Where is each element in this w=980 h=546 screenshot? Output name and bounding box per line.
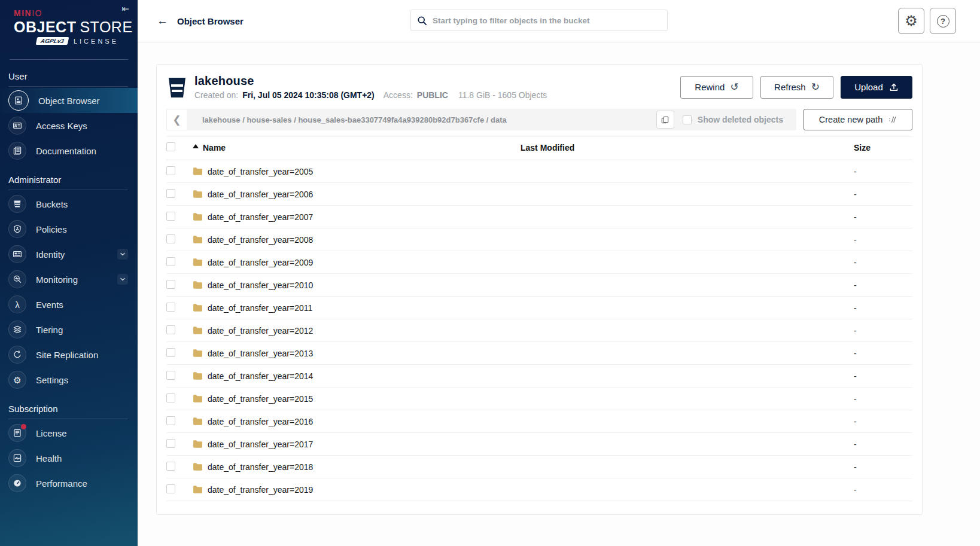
row-checkbox[interactable] [166,257,175,266]
object-size: - [847,365,912,388]
row-checkbox[interactable] [166,484,175,493]
table-row[interactable]: date_of_transfer_year=2009 - [166,251,912,274]
help-button[interactable]: ? [930,8,956,34]
select-all-checkbox[interactable] [166,142,175,151]
row-checkbox[interactable] [166,303,175,312]
column-name[interactable]: Name [193,137,521,160]
table-row[interactable]: date_of_transfer_year=2011 - [166,297,912,319]
object-filter-searchbox[interactable] [410,10,668,31]
object-name[interactable]: date_of_transfer_year=2011 [208,303,312,313]
show-deleted-checkbox[interactable] [683,115,692,124]
object-name[interactable]: date_of_transfer_year=2012 [208,326,313,335]
access-value[interactable]: PUBLIC [417,90,448,100]
table-row[interactable]: date_of_transfer_year=2012 - [166,319,912,342]
object-last-modified [521,251,847,274]
object-name[interactable]: date_of_transfer_year=2019 [208,485,313,495]
row-checkbox[interactable] [166,212,175,221]
sidebar-item-label: Site Replication [36,350,98,360]
sidebar-item-health[interactable]: Health [0,446,138,471]
object-name[interactable]: date_of_transfer_year=2016 [208,417,313,426]
row-checkbox[interactable] [166,234,175,243]
object-name[interactable]: date_of_transfer_year=2009 [208,258,313,267]
chevron-down-icon[interactable] [117,274,128,285]
folder-icon [193,258,203,267]
table-row[interactable]: date_of_transfer_year=2007 - [166,206,912,228]
back-arrow-icon[interactable]: ← [157,14,168,28]
sidebar-collapse-icon[interactable]: ⇤ [121,4,129,14]
object-name[interactable]: date_of_transfer_year=2018 [208,462,313,472]
row-checkbox[interactable] [166,416,175,425]
chevron-down-icon[interactable] [117,249,128,260]
breadcrumb-back-button[interactable]: ❮ [166,109,187,130]
breadcrumb-bar: lakehouse / house-sales / house_sales-ba… [187,109,796,130]
breadcrumb[interactable]: lakehouse / house-sales / house_sales-ba… [202,115,648,124]
upload-button[interactable]: Upload [841,76,912,99]
settings-button[interactable]: ⚙ [898,8,924,34]
object-name[interactable]: date_of_transfer_year=2015 [208,394,313,404]
object-name[interactable]: date_of_transfer_year=2017 [208,440,313,449]
column-size[interactable]: Size [847,137,912,160]
create-new-path-button[interactable]: Create new path [804,109,912,130]
rewind-icon: ↺ [730,81,738,93]
created-label: Created on: [194,90,238,100]
table-row[interactable]: date_of_transfer_year=2008 - [166,228,912,251]
row-checkbox[interactable] [166,439,175,448]
refresh-button[interactable]: Refresh↻ [760,76,833,99]
sidebar-item-policies[interactable]: Policies [0,216,138,242]
folder-icon [193,349,203,358]
table-row[interactable]: date_of_transfer_year=2016 - [166,410,912,433]
object-size: - [847,410,912,433]
row-checkbox[interactable] [166,166,175,175]
object-browser-icon [8,90,29,111]
row-checkbox[interactable] [166,280,175,289]
object-name[interactable]: date_of_transfer_year=2010 [208,280,313,290]
object-name[interactable]: date_of_transfer_year=2007 [208,212,313,222]
page-title: Object Browser [177,16,244,26]
table-row[interactable]: date_of_transfer_year=2015 - [166,388,912,410]
search-input[interactable] [433,16,661,25]
sidebar-item-settings[interactable]: ⚙Settings [0,367,138,392]
table-row[interactable]: date_of_transfer_year=2010 - [166,274,912,297]
sidebar: ⇤ MINIO OBJECTSTORE AGPLv3 LICENSE UserO… [0,0,138,546]
row-checkbox[interactable] [166,325,175,334]
folder-icon [193,394,203,403]
object-size: - [847,228,912,251]
object-name[interactable]: date_of_transfer_year=2006 [208,190,313,199]
sidebar-item-monitoring[interactable]: Monitoring [0,267,138,292]
table-row[interactable]: date_of_transfer_year=2014 - [166,365,912,388]
sidebar-item-object-browser[interactable]: Object Browser [0,88,138,113]
object-name[interactable]: date_of_transfer_year=2008 [208,235,313,245]
table-row[interactable]: date_of_transfer_year=2018 - [166,456,912,478]
sidebar-item-buckets[interactable]: Buckets [0,191,138,216]
table-row[interactable]: date_of_transfer_year=2013 - [166,342,912,365]
show-deleted-toggle[interactable]: Show deleted objects [683,115,783,124]
sidebar-item-events[interactable]: λEvents [0,292,138,317]
sidebar-item-identity[interactable]: Identity [0,242,138,267]
table-row[interactable]: date_of_transfer_year=2019 - [166,478,912,501]
table-row[interactable]: date_of_transfer_year=2005 - [166,160,912,183]
notification-dot [21,424,26,429]
object-size: - [847,319,912,342]
rewind-button[interactable]: Rewind↺ [680,76,753,99]
sidebar-item-license[interactable]: License [0,420,138,446]
created-value: Fri, Jul 05 2024 10:35:08 (GMT+2) [242,90,375,100]
gear-icon: ⚙ [905,14,918,28]
object-name[interactable]: date_of_transfer_year=2005 [208,167,313,176]
object-name[interactable]: date_of_transfer_year=2013 [208,349,313,358]
sidebar-item-performance[interactable]: Performance [0,471,138,496]
sidebar-item-access-keys[interactable]: Access Keys [0,113,138,138]
buckets-icon [8,195,26,213]
row-checkbox[interactable] [166,371,175,380]
row-checkbox[interactable] [166,189,175,198]
table-row[interactable]: date_of_transfer_year=2017 - [166,433,912,456]
row-checkbox[interactable] [166,348,175,357]
row-checkbox[interactable] [166,394,175,402]
row-checkbox[interactable] [166,462,175,471]
copy-path-button[interactable] [656,111,674,129]
sidebar-item-tiering[interactable]: Tiering [0,317,138,342]
sidebar-item-site-replication[interactable]: Site Replication [0,342,138,367]
sidebar-item-documentation[interactable]: Documentation [0,138,138,163]
column-last-modified[interactable]: Last Modified [521,137,847,160]
object-name[interactable]: date_of_transfer_year=2014 [208,371,313,381]
table-row[interactable]: date_of_transfer_year=2006 - [166,183,912,206]
